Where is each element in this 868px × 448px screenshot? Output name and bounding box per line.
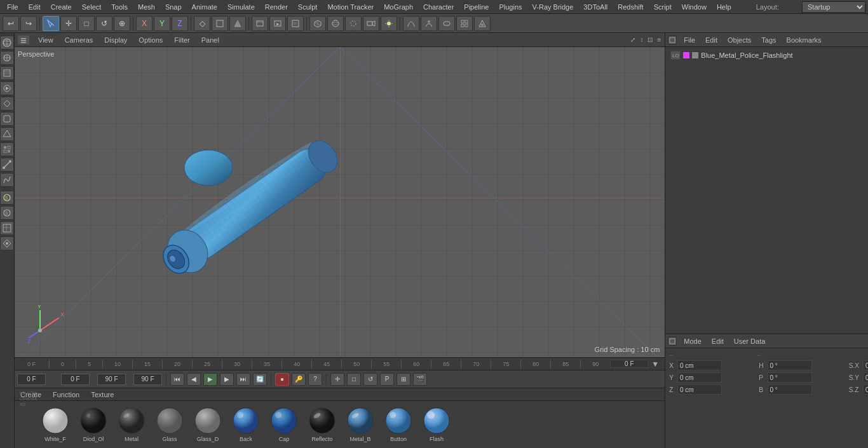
goto-end-button[interactable]: ⏭ [236,373,250,386]
menu-character[interactable]: Character [419,2,458,12]
attr-sz-input[interactable] [863,384,868,395]
attr-menu-edit[interactable]: Edit [709,336,727,346]
frame-current-input[interactable] [61,374,90,385]
vp-menu-cameras[interactable]: Cameras [62,35,97,45]
sidebar-icon-10[interactable] [0,173,14,187]
vp-menu-panel[interactable]: Panel [198,35,222,45]
rotate-tool-button[interactable]: ↺ [96,16,112,31]
menu-vray[interactable]: V-Ray Bridge [528,2,578,12]
grid-button[interactable] [456,16,473,31]
menu-render[interactable]: Render [261,2,292,12]
spline-button[interactable] [403,16,419,31]
timeline-ticks[interactable]: 0 5 10 15 20 25 30 35 40 45 50 55 60 65 … [49,360,610,369]
obj-menu-file[interactable]: File [681,35,698,45]
menu-select[interactable]: Select [78,2,106,12]
attr-menu-mode[interactable]: Mode [681,336,705,346]
material-white-f[interactable]: White_F [36,405,74,444]
move-tool-button[interactable]: ✛ [60,16,77,31]
x-axis-button[interactable]: X [136,16,153,31]
grid-pb-button[interactable]: ⊞ [397,373,410,386]
sidebar-icon-14[interactable] [0,236,14,250]
vp-menu-display[interactable]: Display [101,35,130,45]
next-frame-button[interactable]: ▶ [220,373,234,386]
menu-simulate[interactable]: Simulate [223,2,259,12]
attr-menu-userdata[interactable]: User Data [731,336,769,346]
material-reflecto[interactable]: Reflecto [303,405,341,444]
sidebar-icon-4[interactable] [0,81,14,95]
record-button[interactable]: ● [275,373,289,386]
null-object-button[interactable] [345,16,362,31]
attr-z-pos-input[interactable] [677,384,722,395]
select-tool-button[interactable] [43,16,59,31]
vp-menu-options[interactable]: Options [135,35,166,45]
frame-arrow[interactable]: ▼ [648,360,662,369]
render-active-button[interactable] [269,16,286,31]
menu-redshift[interactable]: Redshift [613,2,648,12]
scene-button[interactable] [474,16,491,31]
light-button[interactable] [381,16,397,31]
menu-window[interactable]: Window [677,2,711,12]
mats-function[interactable]: Function [50,390,83,400]
attr-h-rot-input[interactable] [768,360,812,370]
menu-help[interactable]: Help [712,2,736,12]
attr-sx-input[interactable] [863,360,868,370]
render-view-button[interactable] [252,16,268,31]
menu-snap[interactable]: Snap [161,2,186,12]
prev-frame-button[interactable]: ◀ [187,373,201,386]
edge-mode-button[interactable] [212,16,228,31]
frame-end-2-input[interactable] [133,374,162,385]
obj-menu-tags[interactable]: Tags [758,35,779,45]
point-mode-button[interactable]: ◇ [194,16,210,31]
sphere-primitive-button[interactable] [327,16,344,31]
menu-pipeline[interactable]: Pipeline [459,2,493,12]
sidebar-icon-1[interactable] [0,36,14,50]
help-button[interactable]: ? [308,373,322,386]
viewport-icon-sync[interactable]: ⊡ [646,35,654,44]
menu-tools[interactable]: Tools [107,2,132,12]
deformer-button[interactable] [438,16,455,31]
menu-3dtoall[interactable]: 3DToAll [579,2,612,12]
menu-plugins[interactable]: Plugins [494,2,526,12]
viewport-icon-menu[interactable]: ≡ [656,35,662,44]
obj-menu-bookmarks[interactable]: Bookmarks [783,35,825,45]
undo-button[interactable]: ↩ [3,16,19,31]
scale-pb-button[interactable]: □ [347,373,361,386]
material-cap[interactable]: Cap [265,405,303,444]
goto-start-button[interactable]: ⏮ [170,373,184,386]
sidebar-icon-11[interactable]: S [0,191,14,205]
menu-script[interactable]: Script [649,2,676,12]
menu-create[interactable]: Create [46,2,76,12]
material-metal[interactable]: Metal [112,405,151,444]
menu-motion-tracker[interactable]: Motion Tracker [323,2,378,12]
material-diod-ol[interactable]: Diod_Ol [74,405,112,444]
rotate-pb-button[interactable]: ↺ [363,373,377,386]
sidebar-icon-8[interactable] [0,142,14,156]
current-frame-display[interactable]: 0 F [610,360,648,368]
material-metal-b[interactable]: Metal_B [341,405,379,444]
vp-menu-filter[interactable]: Filter [171,35,193,45]
render-pb-button[interactable]: 🎬 [413,373,427,386]
scale-tool-button[interactable]: □ [78,16,95,31]
play-forward-button[interactable]: ▶ [203,373,217,386]
menu-file[interactable]: File [3,2,23,12]
cube-primitive-button[interactable] [309,16,326,31]
key-pb-button[interactable]: P [380,373,394,386]
viewport-menu-icon[interactable] [17,35,30,45]
polygon-mode-button[interactable] [229,16,246,31]
viewport-canvas[interactable]: Perspective [15,47,665,357]
sidebar-icon-12[interactable]: S [0,206,14,220]
sidebar-icon-3[interactable] [0,66,14,80]
y-axis-button[interactable]: Y [154,16,170,31]
menu-mesh[interactable]: Mesh [133,2,159,12]
sidebar-icon-7[interactable] [0,127,14,141]
menu-animate[interactable]: Animate [187,2,222,12]
viewport-icon-arrows[interactable]: ↕ [639,35,644,44]
transform-button[interactable]: ⊕ [114,16,130,31]
menu-mograph[interactable]: MoGraph [379,2,417,12]
z-axis-button[interactable]: Z [172,16,188,31]
viewport-icon-maximize[interactable]: ⤢ [629,35,637,44]
move-pb-button[interactable]: ✛ [330,373,344,386]
obj-menu-objects[interactable]: Objects [724,35,754,45]
nurbs-button[interactable] [421,16,437,31]
attr-b-rot-input[interactable] [768,384,812,395]
